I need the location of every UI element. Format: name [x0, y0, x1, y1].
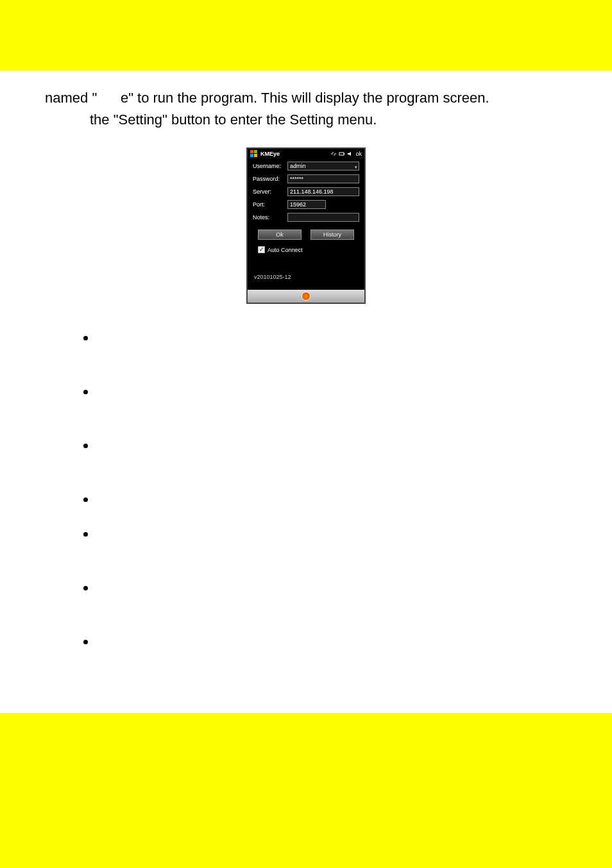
username-row: Username: admin ▾ [248, 160, 364, 172]
version-text: v20101025-12 [248, 256, 364, 284]
intro-text-1b: e" to run the program. This will display… [121, 90, 489, 106]
server-row: Server: 211.148.146.198 [248, 186, 364, 197]
port-label: Port: [253, 201, 287, 208]
titlebar-ok-button[interactable]: ok [355, 151, 362, 157]
port-value: 15962 [290, 201, 306, 208]
svg-rect-5 [344, 153, 344, 154]
password-input[interactable]: ****** [287, 174, 359, 183]
username-label: Username: [253, 163, 287, 169]
mobile-app-screenshot: KMEye ok Username: [246, 147, 366, 304]
svg-rect-1 [254, 150, 257, 153]
svg-rect-3 [254, 154, 257, 157]
list-item [96, 383, 586, 400]
notes-input[interactable] [287, 213, 359, 222]
password-value: ****** [290, 176, 303, 182]
svg-rect-0 [250, 150, 253, 153]
connectivity-icon [330, 151, 337, 157]
auto-connect-checkbox[interactable]: ✓ [258, 246, 265, 253]
history-button[interactable]: History [310, 230, 354, 240]
intro-line-1: named " e" to run the program. This will… [26, 90, 586, 106]
ok-button[interactable]: Ok [258, 230, 302, 240]
windows-mobile-flag-icon [250, 150, 258, 158]
list-item [96, 526, 586, 542]
app-titlebar: KMEye ok [248, 149, 364, 159]
speaker-icon [347, 151, 353, 157]
button-row: Ok History [248, 223, 364, 244]
list-item [96, 491, 586, 508]
app-title: KMEye [260, 151, 280, 157]
server-input[interactable]: 211.148.146.198 [287, 187, 359, 196]
bottom-yellow-bar [0, 836, 612, 868]
auto-connect-label: Auto Connect [268, 247, 303, 253]
password-label: Password: [253, 176, 287, 182]
notes-row: Notes: [248, 212, 364, 223]
list-item [96, 633, 586, 650]
username-input[interactable]: admin ▾ [287, 162, 359, 171]
port-row: Port: 15962 [248, 199, 364, 210]
dropdown-arrow-icon: ▾ [355, 163, 357, 171]
page-content: named " e" to run the program. This will… [0, 71, 612, 713]
titlebar-left: KMEye [250, 150, 280, 158]
list-item [96, 580, 586, 596]
phone-bottom-bar [248, 290, 364, 303]
battery-icon [339, 151, 345, 157]
server-value: 211.148.146.198 [290, 188, 334, 195]
intro-line-2: the "Setting" button to enter the Settin… [26, 112, 586, 128]
list-item [96, 330, 586, 346]
auto-connect-row: ✓ Auto Connect [248, 244, 364, 256]
intro-text-1a: named " [45, 90, 97, 106]
bullet-list [26, 330, 586, 650]
notes-label: Notes: [253, 214, 287, 221]
server-label: Server: [253, 188, 287, 195]
list-item [96, 437, 586, 454]
port-input[interactable]: 15962 [287, 200, 326, 209]
home-icon[interactable] [302, 292, 310, 301]
svg-rect-2 [250, 154, 253, 157]
svg-rect-4 [339, 153, 344, 155]
titlebar-right: ok [330, 151, 362, 157]
top-yellow-bar [0, 0, 612, 71]
username-value: admin [290, 163, 306, 169]
password-row: Password: ****** [248, 173, 364, 185]
screenshot-wrap: KMEye ok Username: [26, 147, 586, 304]
